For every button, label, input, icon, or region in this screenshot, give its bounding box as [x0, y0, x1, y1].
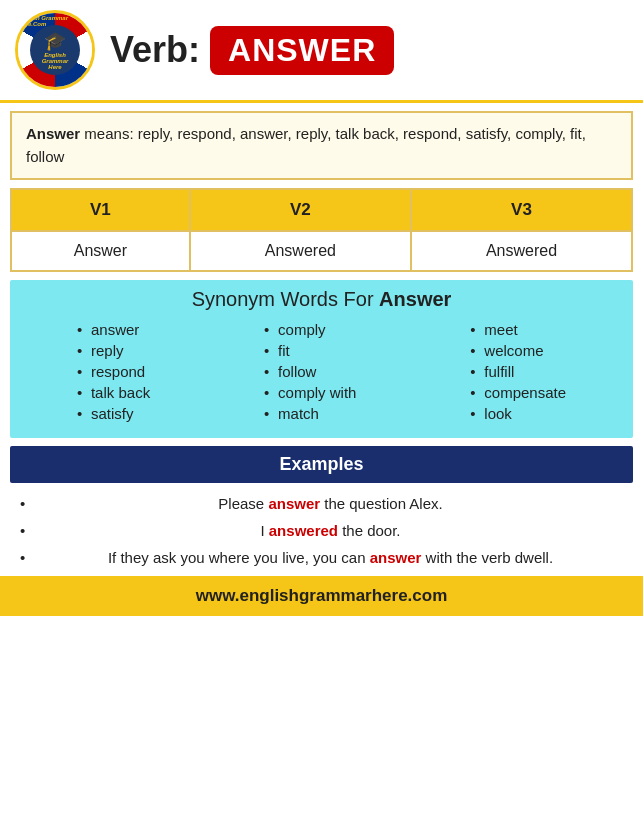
synonym-item: comply	[264, 321, 356, 338]
synonym-item: look	[470, 405, 566, 422]
example-2-before: I	[260, 522, 268, 539]
synonym-item: comply with	[264, 384, 356, 401]
example-2-highlight: answered	[269, 522, 338, 539]
verb-forms-table: V1 V2 V3 Answer Answered Answered	[10, 188, 633, 272]
example-3-before: If they ask you where you live, you can	[108, 549, 370, 566]
synonym-item: compensate	[470, 384, 566, 401]
logo: 🎓 EnglishGrammarHere English Grammar Her…	[15, 10, 95, 90]
synonym-item: respond	[77, 363, 150, 380]
v3-value: Answered	[411, 231, 632, 271]
synonym-item: reply	[77, 342, 150, 359]
synonym-item: meet	[470, 321, 566, 338]
synonym-title-text: Synonym Words For	[192, 288, 379, 310]
example-3-after: with the verb dwell.	[421, 549, 553, 566]
verb-label: Verb:	[110, 29, 200, 71]
example-3-highlight: answer	[370, 549, 422, 566]
examples-list: Please answer the question Alex. I answe…	[0, 495, 643, 566]
examples-header: Examples	[10, 446, 633, 483]
synonym-col-1: answer reply respond talk back satisfy	[77, 321, 150, 426]
example-1-after: the question Alex.	[320, 495, 443, 512]
v1-value: Answer	[11, 231, 190, 271]
synonym-item: welcome	[470, 342, 566, 359]
footer-url: www.englishgrammarhere.com	[196, 586, 448, 605]
example-2-after: the door.	[338, 522, 401, 539]
definition-box: Answer means: reply, respond, answer, re…	[10, 111, 633, 180]
synonym-col-3: meet welcome fulfill compensate look	[470, 321, 566, 426]
verb-word-badge: ANSWER	[210, 26, 394, 75]
synonym-item: talk back	[77, 384, 150, 401]
synonym-columns: answer reply respond talk back satisfy c…	[20, 321, 623, 426]
synonym-item: answer	[77, 321, 150, 338]
definition-word: Answer	[26, 125, 80, 142]
synonym-section: Synonym Words For Answer answer reply re…	[10, 280, 633, 438]
example-item-1: Please answer the question Alex.	[20, 495, 623, 512]
col-v2: V2	[190, 189, 411, 231]
logo-overlay: 🎓 EnglishGrammarHere	[30, 25, 80, 75]
logo-arc-text: English Grammar Here.Com	[18, 15, 92, 27]
col-v3: V3	[411, 189, 632, 231]
footer: www.englishgrammarhere.com	[0, 576, 643, 616]
synonym-title: Synonym Words For Answer	[20, 288, 623, 311]
header-title: Verb: ANSWER	[110, 26, 628, 75]
synonym-item: match	[264, 405, 356, 422]
col-v1: V1	[11, 189, 190, 231]
definition-text: means: reply, respond, answer, reply, ta…	[26, 125, 586, 165]
example-item-2: I answered the door.	[20, 522, 623, 539]
synonym-item: fulfill	[470, 363, 566, 380]
example-item-3: If they ask you where you live, you can …	[20, 549, 623, 566]
synonym-item: follow	[264, 363, 356, 380]
v2-value: Answered	[190, 231, 411, 271]
example-1-highlight: answer	[268, 495, 320, 512]
example-1-before: Please	[218, 495, 268, 512]
synonym-item: satisfy	[77, 405, 150, 422]
synonym-item: fit	[264, 342, 356, 359]
synonym-col-2: comply fit follow comply with match	[264, 321, 356, 426]
header: 🎓 EnglishGrammarHere English Grammar Her…	[0, 0, 643, 103]
synonym-title-word: Answer	[379, 288, 451, 310]
